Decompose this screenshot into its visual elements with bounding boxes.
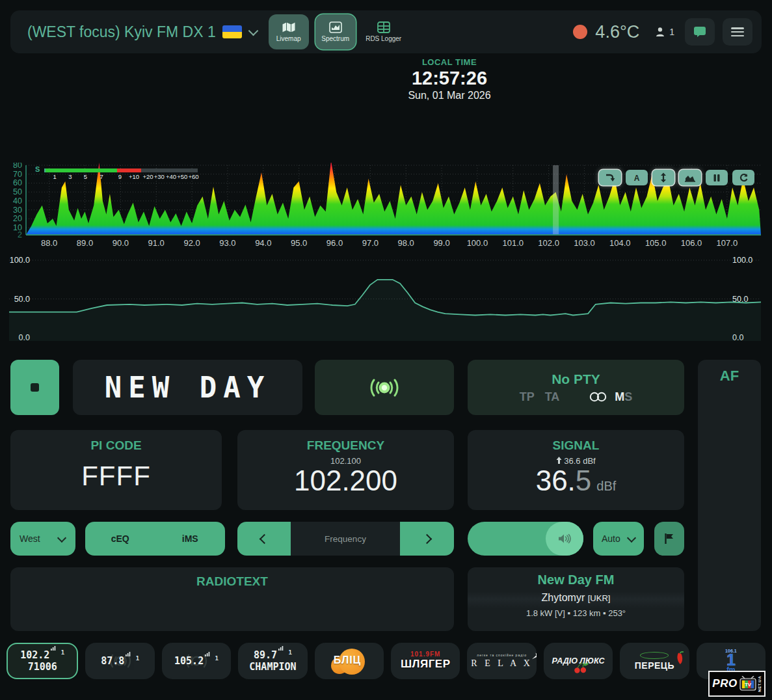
preset-button[interactable]: ПЕРЕЦЬ [620,643,689,679]
frequency-input[interactable] [291,522,400,556]
preset-button[interactable]: 105.2 1 [162,643,231,679]
mode-select[interactable]: Auto [593,522,644,556]
protv-pro-text: PRO [712,677,737,690]
chevron-right-icon [422,533,433,544]
chat-button[interactable] [685,18,715,46]
svg-text:106.0: 106.0 [681,238,702,248]
server-title[interactable]: (WEST focus) Kyiv FM DX 1 [27,23,216,41]
pause-button[interactable] [706,170,728,185]
s-meter-tick: +20 [142,173,153,180]
svg-text:92.0: 92.0 [183,238,200,248]
svg-text:102.0: 102.0 [538,238,559,248]
volume-thumb[interactable] [546,522,583,556]
signal-int: 36. [536,464,576,496]
livemap-button[interactable]: Livemap [269,14,309,49]
signal-header: SIGNAL [468,438,684,453]
ceq-toggle[interactable]: cEQ [85,533,155,544]
preset-bar: 102.2 17100687.8 1105.2 189.7 1CHAMPIONБ… [7,643,765,679]
local-time-label: LOCAL TIME [352,57,547,67]
pi-code-value: FFFF [10,461,222,492]
radiotext-header: RADIOTEXT [10,574,454,589]
signal-panel: SIGNAL 36.6 dBf 36.5dBf [468,430,684,510]
graph-style-button[interactable] [679,170,701,185]
station-location: Zhytomyr [UKR] [468,592,684,604]
preset-button[interactable]: 89.7 1CHAMPION [238,643,307,679]
svg-text:100.0: 100.0 [732,256,752,265]
vertical-zoom-button[interactable] [652,170,674,185]
tune-down-button[interactable] [237,522,291,556]
svg-text:93.0: 93.0 [219,238,235,248]
pi-code-header: PI CODE [10,438,222,453]
preset-button[interactable]: РАДІО ЛЮКС [544,643,613,679]
refresh-button[interactable] [732,170,754,185]
protv-logo: PRO TV NET.UA [708,671,765,697]
ims-toggle[interactable]: iMS [155,533,226,544]
s-meter-tick: +10 [129,173,139,180]
frequency-header: FREQUENCY [237,438,454,453]
preset-button[interactable]: БЛІЦ [315,643,384,679]
arrow-curve-down-icon [605,173,615,182]
rds-logger-button[interactable]: RDS Logger [364,14,404,49]
tune-up-button[interactable] [400,522,454,556]
spectrum-button[interactable]: Spectrum [315,14,356,49]
pause-icon [713,174,721,182]
chevron-down-icon [57,533,66,542]
listener-count-value: 1 [669,27,674,37]
pty-panel: No PTY TP TA M S [468,360,684,415]
preset-button[interactable]: легке та спокійне радіоR E L A X [467,643,536,679]
svg-text:99.0: 99.0 [433,238,449,248]
weather-icon [573,25,587,39]
s-meter-bar [44,168,198,172]
preset-button[interactable]: 101.9FMШЛЯГЕР [391,643,460,679]
tv-icon: TV [739,676,757,692]
arrows-up-down-icon [659,172,667,183]
s-meter-tick: +40 [166,173,176,180]
preset-button[interactable]: 87.8 1 [85,643,154,679]
menu-button[interactable] [723,18,752,46]
stereo-icon [589,392,607,402]
volume-slider[interactable] [468,522,583,556]
svg-text:105.0: 105.0 [645,238,667,248]
svg-text:97.0: 97.0 [362,238,379,248]
local-time-value: 12:57:26 [352,68,547,89]
refresh-icon [739,173,749,182]
tp-flag: TP [520,390,535,404]
broadcast-icon [364,374,405,401]
spectrum-label: Spectrum [321,35,349,42]
spectrum-toolbar: A [599,170,754,185]
chevron-down-icon[interactable] [248,25,258,36]
svg-text:30: 30 [13,206,22,215]
play-stop-button[interactable] [10,360,59,415]
svg-text:88.0: 88.0 [41,238,57,248]
report-flag-button[interactable] [654,522,684,556]
snap-to-peak-button[interactable] [599,170,621,185]
svg-text:60: 60 [13,178,22,187]
svg-text:91.0: 91.0 [148,238,165,248]
svg-text:89.0: 89.0 [77,238,93,248]
s-meter-tick: +30 [154,173,165,180]
station-name: New Day FM [468,572,684,587]
chevron-left-icon [259,533,269,544]
antenna-select[interactable]: West [10,522,75,556]
svg-text:20: 20 [13,214,22,223]
radiotext-panel: RADIOTEXT [10,567,454,631]
rds-flags: TP TA M S [520,390,633,404]
letter-a-icon: A [632,173,642,182]
svg-text:104.0: 104.0 [609,238,631,248]
speaker-icon [558,533,571,544]
eq-ims-toggle-group: cEQ iMS [85,522,225,556]
tuned-frequency-marker [553,165,559,235]
af-list-panel: AF [698,360,761,631]
stop-icon [31,383,39,392]
station-info-panel: New Day FM Zhytomyr [UKR] 1.8 kW [V] ▪ 1… [468,567,684,631]
tuning-control [237,522,454,556]
map-icon [282,21,296,33]
svg-text:107.0: 107.0 [717,238,738,248]
chevron-down-icon [627,533,636,542]
svg-text:100.0: 100.0 [10,256,30,265]
pty-value: No PTY [552,371,600,387]
s-meter-tick: 5 [84,173,87,180]
auto-scale-button[interactable]: A [626,170,648,185]
antenna-value: West [20,533,40,544]
preset-button[interactable]: 102.2 171006 [7,643,78,679]
